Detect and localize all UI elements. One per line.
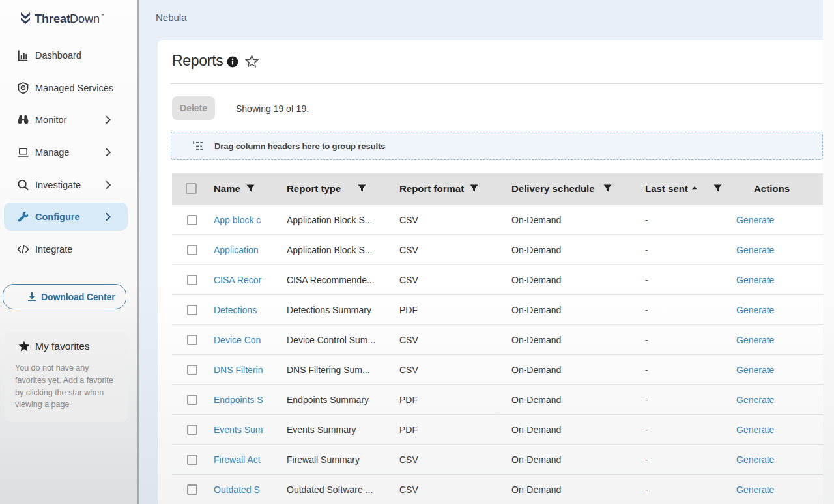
svg-text:Threat: Threat xyxy=(35,12,70,25)
svg-text:Down: Down xyxy=(70,12,100,25)
